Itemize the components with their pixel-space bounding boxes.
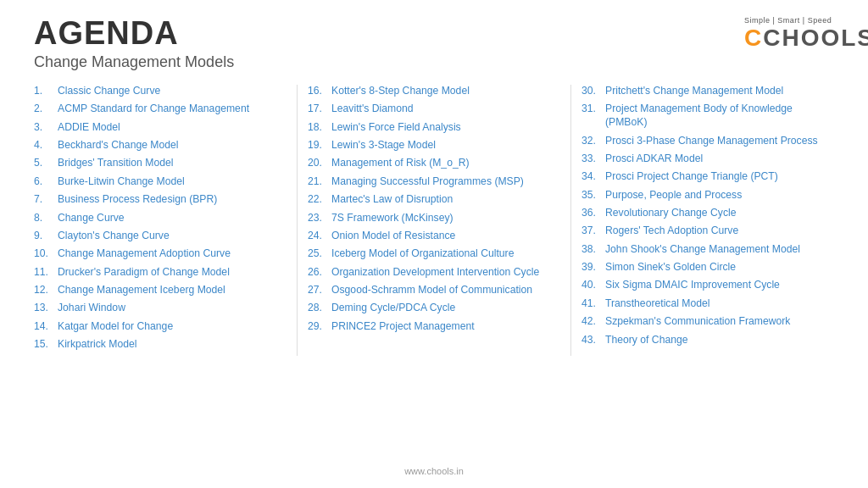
list-item: 42.Szpekman's Communication Framework: [581, 315, 826, 329]
list-item: 32.Prosci 3-Phase Change Management Proc…: [581, 135, 826, 148]
list-item: 6.Burke-Litwin Change Model: [34, 175, 278, 189]
item-number: 25.: [308, 247, 331, 259]
item-number: 33.: [581, 152, 605, 164]
item-number: 35.: [581, 189, 605, 201]
item-text: Prosci Project Change Triangle (PCT): [605, 170, 778, 184]
list-item: 31.Project Management Body of Knowledge …: [581, 103, 826, 130]
list-item: 37.Rogers' Tech Adoption Curve: [581, 225, 826, 238]
item-text: ADDIE Model: [58, 121, 120, 135]
item-text: Six Sigma DMAIC Improvement Cycle: [605, 279, 780, 292]
item-text: Bridges' Transition Model: [58, 157, 173, 170]
item-text: Lewin's Force Field Analysis: [331, 121, 461, 135]
item-number: 2.: [34, 103, 58, 114]
item-number: 42.: [581, 315, 605, 327]
item-text: Clayton's Change Curve: [58, 230, 170, 243]
item-number: 18.: [308, 121, 331, 133]
item-number: 23.: [308, 212, 331, 224]
item-text: Lewin's 3-Stage Model: [331, 139, 436, 152]
item-text: Deming Cycle/PDCA Cycle: [331, 302, 455, 315]
item-text: John Shook's Change Management Model: [605, 243, 800, 257]
item-number: 3.: [34, 121, 58, 133]
item-text: Theory of Change: [605, 334, 688, 347]
item-text: Transtheoretical Model: [605, 297, 710, 311]
list-item: 7.Business Process Redesign (BPR): [34, 193, 278, 207]
item-number: 16.: [308, 85, 331, 97]
list-item: 3.ADDIE Model: [34, 121, 278, 135]
item-number: 41.: [581, 297, 605, 309]
item-text: Szpekman's Communication Framework: [605, 315, 790, 329]
item-number: 32.: [581, 135, 605, 147]
item-text: Change Management Adoption Curve: [58, 247, 231, 261]
content-area: 1.Classic Change Curve2.ACMP Standard fo…: [0, 78, 868, 356]
list-item: 21.Managing Successful Programmes (MSP): [308, 175, 552, 189]
item-number: 27.: [308, 284, 331, 296]
item-number: 9.: [34, 230, 58, 241]
item-text: Change Management Iceberg Model: [58, 284, 225, 297]
list-item: 16.Kotter's 8-Step Change Model: [308, 85, 552, 98]
item-number: 37.: [581, 225, 605, 236]
list-item: 26.Organization Development Intervention…: [308, 266, 552, 280]
divider-1: [297, 85, 298, 356]
list-item: 9.Clayton's Change Curve: [34, 230, 278, 243]
list-item: 2.ACMP Standard for Change Management: [34, 103, 278, 116]
footer: www.chools.in: [0, 466, 868, 476]
item-text: Kotter's 8-Step Change Model: [331, 85, 470, 98]
item-text: Managing Successful Programmes (MSP): [331, 175, 524, 189]
item-number: 24.: [308, 230, 331, 241]
list-item: 17.Leavitt's Diamond: [308, 103, 552, 116]
list-item: 25.Iceberg Model of Organizational Cultu…: [308, 247, 552, 261]
item-text: Management of Risk (M_o_R): [331, 157, 470, 170]
list-item: 39.Simon Sinek's Golden Circle: [581, 261, 826, 274]
item-number: 14.: [34, 320, 58, 332]
list-item: 11.Drucker's Paradigm of Change Model: [34, 266, 278, 280]
page-subtitle: Change Management Models: [34, 53, 834, 71]
list-item: 23.7S Framework (McKinsey): [308, 212, 552, 225]
item-number: 26.: [308, 266, 331, 278]
item-number: 43.: [581, 334, 605, 346]
item-text: Martec's Law of Disruption: [331, 193, 453, 207]
item-text: Change Curve: [58, 212, 125, 225]
column-1: 1.Classic Change Curve2.ACMP Standard fo…: [34, 85, 287, 356]
item-number: 30.: [581, 85, 605, 97]
item-number: 29.: [308, 320, 331, 332]
item-number: 5.: [34, 157, 58, 169]
item-number: 36.: [581, 207, 605, 219]
item-text: Prosci 3-Phase Change Management Process: [605, 135, 818, 148]
list-item: 34.Prosci Project Change Triangle (PCT): [581, 170, 826, 184]
item-text: Kirkpatrick Model: [58, 338, 136, 352]
list-item: 28.Deming Cycle/PDCA Cycle: [308, 302, 552, 315]
item-number: 19.: [308, 139, 331, 151]
list-item: 15.Kirkpatrick Model: [34, 338, 278, 352]
list-item: 36.Revolutionary Change Cycle: [581, 207, 826, 220]
item-text: Onion Model of Resistance: [331, 230, 455, 243]
item-text: Rogers' Tech Adoption Curve: [605, 225, 738, 238]
item-text: Organization Development Intervention Cy…: [331, 266, 539, 280]
list-item: 35.Purpose, People and Process: [581, 189, 826, 202]
item-text: Johari Window: [58, 302, 125, 315]
list-item: 4.Beckhard's Change Model: [34, 139, 278, 152]
item-text: Classic Change Curve: [58, 85, 160, 98]
item-text: Simon Sinek's Golden Circle: [605, 261, 736, 274]
divider-2: [570, 85, 571, 356]
logo-name: CCHOOLS: [744, 25, 868, 52]
item-number: 12.: [34, 284, 58, 296]
column-2: 16.Kotter's 8-Step Change Model17.Leavit…: [308, 85, 560, 356]
item-number: 20.: [308, 157, 331, 169]
list-item: 41.Transtheoretical Model: [581, 297, 826, 311]
header: AGENDA Change Management Models: [0, 0, 868, 78]
item-text: Prosci ADKAR Model: [605, 152, 703, 166]
item-text: Drucker's Paradigm of Change Model: [58, 266, 230, 280]
item-number: 28.: [308, 302, 331, 313]
list-item: 22.Martec's Law of Disruption: [308, 193, 552, 207]
footer-url: www.chools.in: [404, 466, 464, 476]
item-number: 40.: [581, 279, 605, 291]
list-item: 27.Osgood-Schramm Model of Communication: [308, 284, 552, 297]
item-text: Pritchett's Change Management Model: [605, 85, 783, 98]
item-text: Katgar Model for Change: [58, 320, 173, 334]
list-item: 1.Classic Change Curve: [34, 85, 278, 98]
list-item: 12.Change Management Iceberg Model: [34, 284, 278, 297]
item-text: Osgood-Schramm Model of Communication: [331, 284, 532, 297]
item-number: 10.: [34, 247, 58, 259]
list-item: 33.Prosci ADKAR Model: [581, 152, 826, 166]
item-text: PRINCE2 Project Management: [331, 320, 475, 334]
